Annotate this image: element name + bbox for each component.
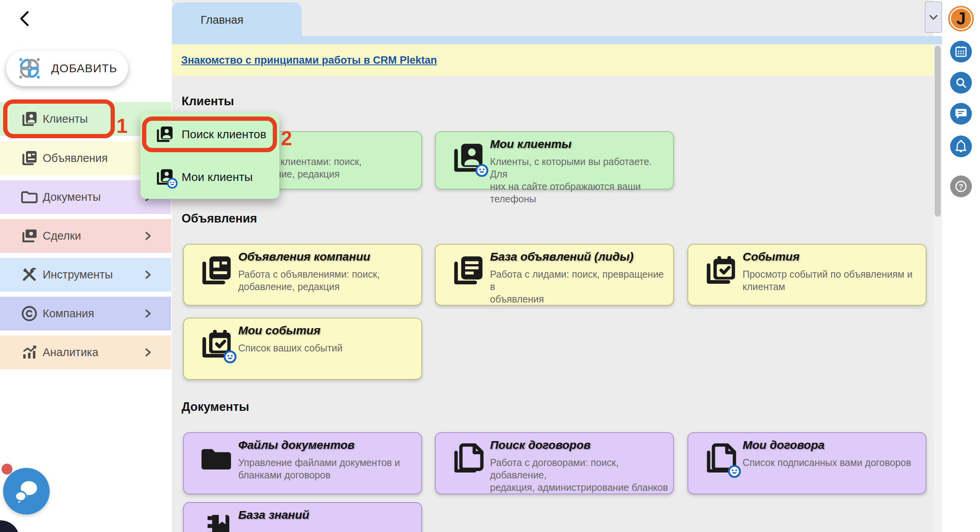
unread-dot [2,464,12,475]
avatar-ring [950,7,972,30]
intro-banner: Знакомство с принципами работы в CRM Ple… [172,44,933,76]
submenu-item-label: Поиск клиентов [182,116,266,153]
submenu-item-label: Мои клиенты [182,158,253,196]
chevron-down-icon [928,11,939,23]
bell-icon [954,139,968,153]
analytics-icon [20,343,38,362]
back-button[interactable] [16,8,35,30]
messages-button[interactable] [950,103,972,125]
card-body: Работа с объявлениями: поиск, добавление… [238,268,419,293]
avatar[interactable]: J [948,6,974,31]
chevron-left-icon [16,8,35,30]
payments-icon [20,227,38,245]
add-button-label: ДОБАВИТЬ [51,62,117,75]
search-icon [954,76,968,90]
card-title: База знаний [238,508,419,525]
card-contract-search[interactable]: Поиск договоров Работа с договорами: пои… [435,432,674,494]
calendar-button[interactable] [950,41,972,63]
sidebar-item-analytics[interactable]: Аналитика [0,336,171,369]
calendar-icon [954,45,968,59]
card-body: Просмотр событий по объявлениям и клиент… [743,268,923,293]
intro-link[interactable]: Знакомство с принципами работы в CRM Ple… [181,54,437,66]
clients-submenu-panel: Поиск клиентов Мои клиенты [140,113,279,199]
card-body: Управление файлами документов и бланками… [238,456,419,481]
card-title: Мои события [238,324,419,340]
card-body: Клиенты, с которыми вы работаете. Для ни… [490,155,671,205]
contacts-smiley-icon [154,167,175,187]
tab-home[interactable]: Главная [172,2,302,36]
card-my-clients[interactable]: Мои клиенты Клиенты, с которыми вы работ… [435,131,674,190]
card-body: Список подписанных вами договоров [743,456,923,469]
card-company-ads[interactable]: Объявления компании Работа с объявлениям… [183,244,422,306]
chat-fab-button[interactable] [3,468,50,515]
scrollbar-thumb[interactable] [935,46,941,217]
card-body: Список ваших событий [238,342,419,354]
sidebar-item-label: Компания [43,297,94,330]
card-my-events[interactable]: Мои события Список ваших событий [183,318,422,380]
folder-outline-icon [20,188,38,206]
tools-icon [20,266,38,284]
ads-icon [20,149,38,167]
chevron-right-icon [142,269,153,280]
copyright-icon [20,304,38,323]
contacts-icon [20,110,38,128]
tab-underline [172,36,942,44]
calendar-check-icon [702,252,739,289]
smiley-badge-icon [223,350,237,363]
card-document-files[interactable]: Файлы документов Управление файлами доку… [183,432,422,494]
plektan-logo-icon [16,55,43,82]
contract-icon [450,441,486,477]
question-icon: ? [954,179,968,193]
card-title: Мои клиенты [490,137,671,154]
sidebar-item-company[interactable]: Компания [0,297,171,330]
chevron-right-icon [142,230,153,242]
card-knowledge-base[interactable]: База знаний [183,502,422,532]
card-title: Поиск договоров [490,438,671,455]
section-title-clients: Клиенты [182,94,234,108]
sidebar-item-label: Клиенты [43,102,88,136]
card-title: Мои договора [743,438,923,455]
sidebar-item-label: Документы [43,180,101,214]
tabs-dropdown-button[interactable] [925,2,942,33]
add-button[interactable]: ДОБАВИТЬ [6,50,128,86]
chevron-right-icon [142,347,153,358]
calendar-smiley-icon [198,326,234,363]
sidebar-item-label: Инструменты [43,258,113,292]
contacts-icon [154,124,175,144]
submenu-item-search-clients[interactable]: Поиск клиентов [140,116,279,153]
card-body: Работа с лидами: поиск, превращение в об… [490,268,671,305]
contacts-smiley-icon [450,140,486,176]
card-body: Работа с договорами: поиск, добавление, … [490,456,671,494]
card-title: События [743,250,923,266]
leads-icon [450,252,486,289]
sidebar-item-label: Сделки [43,219,81,253]
knowledge-icon [198,511,234,532]
search-button[interactable] [950,72,972,94]
smiley-badge-icon [728,465,741,478]
svg-text:?: ? [959,183,963,191]
submenu-item-my-clients[interactable]: Мои клиенты [140,158,279,196]
card-my-contracts[interactable]: Мои договора Список подписанных вами дог… [687,432,926,494]
sidebar-item-tools[interactable]: Инструменты [0,258,171,292]
annotation-number-step1: 1 [116,116,128,136]
ads-icon [198,252,234,289]
card-title: Файлы документов [238,438,419,455]
section-title-documents: Документы [182,400,249,414]
chat-bubbles-icon [11,476,42,506]
chat-message-icon [954,107,968,121]
folder-icon [198,441,234,477]
notifications-button[interactable] [950,136,972,157]
sidebar-item-label: Объявления [43,141,108,175]
card-title: База объявлений (лиды) [490,250,671,266]
sidebar-item-label: Аналитика [43,336,99,369]
card-events[interactable]: События Просмотр событий по объявлениям … [687,244,926,306]
card-title: Объявления компании [238,250,419,266]
help-button[interactable]: ? [950,176,972,197]
sidebar-item-deals[interactable]: Сделки [0,219,171,253]
card-ads-database[interactable]: База объявлений (лиды) Работа с лидами: … [435,244,674,306]
section-title-ads: Объявления [182,212,257,226]
smiley-badge-icon [167,178,178,189]
smiley-badge-icon [475,164,488,177]
annotation-number-step2: 2 [281,128,292,148]
contract-smiley-icon [702,441,739,477]
